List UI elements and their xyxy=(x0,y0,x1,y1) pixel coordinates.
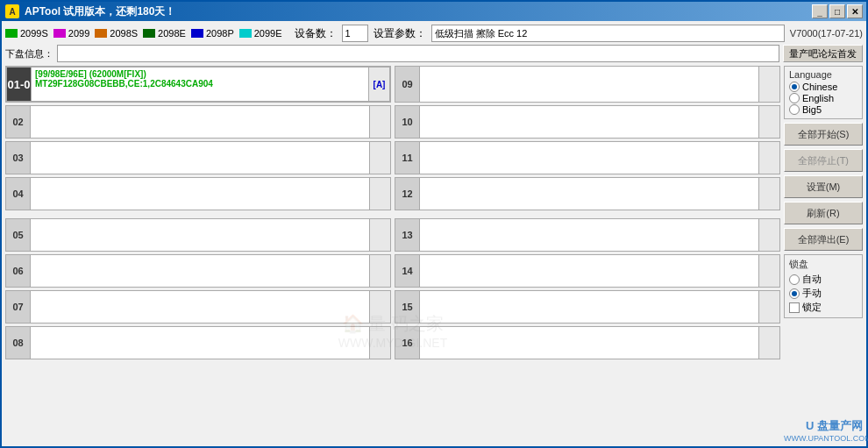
slot-03-content xyxy=(31,142,369,174)
slot-12-num: 12 xyxy=(395,178,420,210)
slot-15-content xyxy=(420,291,758,323)
legend-color-2098s xyxy=(95,29,107,38)
lock-box: 锁盘 自动 手动 锁定 xyxy=(784,254,863,318)
top-bar: 2099S 2099 2098S 2098E 2098P 2099E xyxy=(5,25,863,42)
info-input[interactable] xyxy=(57,45,779,62)
left-panel: 01-0 [99/98E/96E] (62000M[FIX]) MT29F128… xyxy=(5,66,780,443)
slot-11-content xyxy=(420,142,758,174)
col1-lower: 05 06 07 xyxy=(5,218,391,443)
legend-2098s: 2098S xyxy=(95,28,138,39)
slot-13-content xyxy=(420,219,758,251)
slot-05-num: 05 xyxy=(6,219,31,251)
language-english[interactable]: English xyxy=(789,93,857,103)
slot-04-content xyxy=(31,178,369,210)
slot-08-badge xyxy=(369,327,390,359)
minimize-button[interactable]: _ xyxy=(812,4,828,18)
slot-09-badge xyxy=(758,67,779,102)
legend-2099s: 2099S xyxy=(5,28,48,39)
legend-color-2099s xyxy=(5,29,18,38)
slot-03-badge xyxy=(369,142,390,174)
language-box: Language Chinese English Big5 xyxy=(784,66,863,119)
main-window: A APTool 试用版本，还剩180天！ _ □ ✕ 2099S 2099 2… xyxy=(0,0,868,448)
slot-03-num: 03 xyxy=(6,142,31,174)
slot-01-content: [99/98E/96E] (62000M[FIX]) MT29F128G08CB… xyxy=(32,68,368,101)
lock-auto[interactable]: 自动 xyxy=(789,273,857,286)
device-count-label: 设备数： xyxy=(295,26,337,41)
maximize-button[interactable]: □ xyxy=(829,4,845,18)
slot-10-badge xyxy=(758,106,779,138)
col1-upper: 01-0 [99/98E/96E] (62000M[FIX]) MT29F128… xyxy=(5,66,391,210)
manual-radio[interactable] xyxy=(789,288,800,299)
slot-08-num: 08 xyxy=(6,327,31,359)
device-count-input[interactable] xyxy=(342,25,368,42)
legend-2099: 2099 xyxy=(53,28,89,39)
content-area: 2099S 2099 2098S 2098E 2098P 2099E xyxy=(2,21,866,446)
eject-all-button[interactable]: 全部弹出(E) xyxy=(784,228,863,251)
start-all-button[interactable]: 全部开始(S) xyxy=(784,123,863,146)
legend-color-2099e xyxy=(239,29,252,38)
title-bar-left: A APTool 试用版本，还剩180天！ xyxy=(5,4,175,19)
slot-14-content xyxy=(420,255,758,287)
language-chinese[interactable]: Chinese xyxy=(789,82,857,92)
slot-10: 10 xyxy=(395,105,780,139)
param-input[interactable] xyxy=(431,25,785,42)
lock-lock[interactable]: 锁定 xyxy=(789,301,857,314)
slot-12-content xyxy=(420,178,758,210)
slot-09-content xyxy=(420,67,758,102)
slot-05-content xyxy=(31,219,369,251)
slot-12: 12 xyxy=(395,177,780,210)
stop-all-button[interactable]: 全部停止(T) xyxy=(784,149,863,172)
logo-line1: U 盘量产网 xyxy=(784,418,863,434)
legend-label-2098p: 2098P xyxy=(206,28,234,39)
slots-upper: 01-0 [99/98E/96E] (62000M[FIX]) MT29F128… xyxy=(5,66,780,210)
close-button[interactable]: ✕ xyxy=(847,4,863,18)
legend-label-2099e: 2099E xyxy=(254,28,282,39)
refresh-button[interactable]: 刷新(R) xyxy=(784,202,863,224)
legend-2098e: 2098E xyxy=(143,28,186,39)
slot-01-num: 01-0 xyxy=(7,68,32,101)
slot-04: 04 xyxy=(5,177,391,210)
slot-13-num: 13 xyxy=(395,219,420,251)
english-radio[interactable] xyxy=(789,93,800,103)
settings-button[interactable]: 设置(M) xyxy=(784,175,863,198)
slot-13: 13 xyxy=(395,218,780,252)
slot-15: 15 xyxy=(395,290,780,324)
slot-07-content xyxy=(31,291,369,323)
col2-lower: 13 14 15 xyxy=(395,218,780,443)
slot-16-badge xyxy=(758,327,779,359)
slot-07-num: 07 xyxy=(6,291,31,323)
auto-radio[interactable] xyxy=(789,274,800,285)
slot-16-num: 16 xyxy=(395,327,420,359)
slot-09: 09 xyxy=(395,66,780,103)
legend-color-2098p xyxy=(191,29,203,38)
slot-14-badge xyxy=(758,255,779,287)
info-bar: 下盘信息： 量产吧论坛首发 xyxy=(5,45,863,62)
language-title: Language xyxy=(789,69,857,80)
big5-radio[interactable] xyxy=(789,104,800,115)
slot-12-badge xyxy=(758,178,779,210)
language-big5[interactable]: Big5 xyxy=(789,104,857,115)
version-label: V7000(17-07-21) xyxy=(790,28,863,39)
manual-label: 手动 xyxy=(802,287,822,300)
slot-07: 07 xyxy=(5,290,391,324)
slot-06-badge xyxy=(369,255,390,287)
slot-10-content xyxy=(420,106,758,138)
legend-label-2099s: 2099S xyxy=(20,28,48,39)
legend-label-2098s: 2098S xyxy=(110,28,138,39)
bottom-logo-area: U 盘量产网 WWW.UPANTOOL.COM xyxy=(784,418,863,443)
slot-07-badge xyxy=(369,291,390,323)
slot-11-badge xyxy=(758,142,779,174)
slot-15-num: 15 xyxy=(395,291,420,323)
chinese-radio[interactable] xyxy=(789,82,800,92)
slot-14-num: 14 xyxy=(395,255,420,287)
forum-button[interactable]: 量产吧论坛首发 xyxy=(783,45,863,62)
slot-06-num: 06 xyxy=(6,255,31,287)
title-controls: _ □ ✕ xyxy=(812,4,863,18)
legend-label-2098e: 2098E xyxy=(158,28,186,39)
slot-16-content xyxy=(420,327,758,359)
lock-manual[interactable]: 手动 xyxy=(789,287,857,300)
legend-2099e: 2099E xyxy=(239,28,282,39)
slot-02: 02 xyxy=(5,105,391,139)
lock-checkbox[interactable] xyxy=(789,302,800,313)
slot-09-num: 09 xyxy=(395,67,420,102)
